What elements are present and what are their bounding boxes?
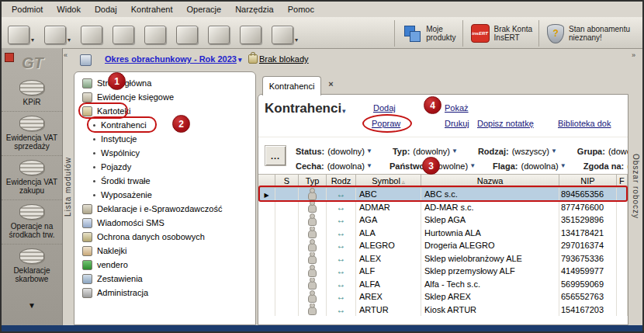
toolbar-button[interactable]: ▾ (81, 21, 102, 44)
collapse-left-icon[interactable] (64, 51, 68, 59)
add-link[interactable]: Dodaj (373, 103, 396, 113)
tree-item[interactable]: Strona główna (74, 76, 255, 90)
tree-item[interactable]: Wspólnicy (74, 146, 255, 160)
filter-value: (dowolne) (431, 161, 468, 171)
chevron-down-icon[interactable] (342, 107, 346, 115)
filter-dropdown[interactable]: (dowolna) (327, 161, 372, 171)
accounting-period-link[interactable]: Okres obrachunkowy - Rok 2023 (105, 54, 241, 64)
column-header[interactable]: Typ (299, 175, 327, 188)
column-header[interactable]: Nazwa (421, 175, 559, 188)
tree-item[interactable]: Deklaracje i e-Sprawozdawczość (74, 202, 255, 216)
toolbar-status-item[interactable]: ? Stan abonamentu nieznany! (538, 20, 636, 47)
tree-item[interactable]: Środki trwałe (74, 174, 255, 188)
document-library-link[interactable]: Biblioteka dok (558, 119, 611, 128)
cell-nazwa: Kiosk ARTUR (421, 304, 559, 317)
toolbar-button[interactable]: ▾ (144, 21, 166, 44)
tree-item[interactable]: Kontrahenci (74, 118, 255, 132)
filter-dropdown[interactable]: (dowolny) (327, 147, 372, 156)
column-header[interactable]: Symbol (356, 175, 421, 188)
tree-item[interactable]: Naklejki (74, 244, 255, 258)
add-note-link[interactable]: Dopisz notatkę (477, 119, 534, 128)
toolbar-button[interactable]: ▾ (240, 21, 261, 44)
chevron-down-icon[interactable]: ▾ (31, 36, 34, 44)
lock-status-link[interactable]: Brak blokady (259, 54, 309, 64)
toolbar-status-item[interactable]: Moje produkty (394, 20, 462, 47)
chevron-down-icon[interactable]: ▾ (295, 36, 298, 44)
menu-item[interactable]: Dodaj (89, 3, 123, 16)
column-header[interactable]: Rodz (327, 175, 356, 188)
module-item[interactable]: Ewidencja VAT sprzedaży (2, 111, 62, 155)
menu-item[interactable]: Widok (51, 3, 86, 16)
filter-dropdown[interactable]: (dowolna) (521, 161, 566, 171)
table-row[interactable]: ADMAR AD-MAR s.c. 877476600 (258, 201, 628, 214)
cell-f (617, 278, 628, 291)
module-item[interactable]: Ewidencja VAT zakupu (2, 155, 62, 199)
module-list-strip[interactable]: Lista modułów (62, 48, 74, 325)
toolbar-button[interactable]: ▾ (8, 21, 34, 44)
cell-nazwa: Hurtownia ALA (421, 227, 559, 240)
filter-item: Państwo: (dowolne) (390, 161, 476, 171)
app-button[interactable] (5, 53, 14, 62)
menu-item[interactable]: Operacje (182, 3, 227, 16)
toolbar-button[interactable]: ▾ (272, 21, 298, 44)
toolbar-button[interactable]: ▾ (176, 21, 198, 44)
module-item[interactable]: KPiR (2, 76, 62, 111)
tree-item[interactable]: Wiadomości SMS (74, 216, 255, 230)
toolbar-button[interactable]: ▾ (113, 21, 134, 44)
toolbar-button[interactable]: ▾ (44, 21, 71, 44)
more-modules-button[interactable] (2, 297, 62, 311)
menu-item[interactable]: Pomoc (282, 3, 320, 16)
filter-dropdown[interactable]: ( (627, 161, 628, 171)
tree-item[interactable]: vendero (74, 258, 255, 272)
menu-item[interactable]: Podmiot (6, 3, 48, 16)
table-row[interactable]: AGA Sklep AGA 351529896 (258, 213, 628, 227)
table-row[interactable]: ALEGRO Drogeria ALEGRO 297016374 (258, 239, 628, 252)
toolbar-status-item[interactable]: insERT Brak Konta InsERT (462, 20, 538, 47)
cell-nip: 297016374 (559, 239, 617, 252)
filter-dropdown[interactable]: (dowolne) (431, 161, 476, 171)
filter-dropdown[interactable]: (dowoln (608, 147, 628, 156)
filter-dropdown[interactable]: (dowolny) (413, 147, 458, 156)
tree-item[interactable]: Wyposażenie (74, 188, 255, 202)
table-row[interactable]: ABC ABC s.c. 894565356 (258, 188, 628, 201)
accounting-period-label: Okres obrachunkowy - Rok 2023 (105, 54, 237, 64)
column-header[interactable] (258, 175, 275, 188)
menu-item[interactable]: Kontrahent (126, 3, 178, 16)
bullet-icon (93, 166, 95, 168)
column-header[interactable]: F (617, 175, 628, 188)
status-line-1: Stan abonamentu (569, 25, 630, 33)
table-row[interactable]: ALEX Sklep wielobranżowy ALE 793675336 (258, 252, 628, 265)
edit-link[interactable]: Popraw (372, 119, 400, 128)
chevron-down-icon[interactable]: ▾ (68, 36, 71, 44)
menu-item[interactable]: Narzędzia (230, 3, 279, 16)
tree-item[interactable]: Instytucje (74, 132, 255, 146)
filter-item: Status: (dowolny) (296, 147, 372, 156)
table-row[interactable]: AREX Sklep AREX 656552763 (258, 290, 628, 304)
tree-item[interactable]: Pojazdy (74, 160, 255, 174)
print-link[interactable]: Drukuj (445, 119, 469, 128)
module-item[interactable]: Operacje na środkach trw. (2, 199, 62, 244)
column-header[interactable]: NIP (559, 175, 617, 188)
collapse-right-icon[interactable] (632, 51, 635, 59)
module-item[interactable]: Deklaracje skarbowe (2, 244, 62, 288)
filter-dropdown[interactable]: (wszyscy) (512, 147, 557, 156)
table-row[interactable]: ALA Hurtownia ALA 134178421 (258, 227, 628, 240)
tree-item[interactable]: Ochrona danych osobowych (74, 230, 255, 244)
tab-kontrahenci[interactable]: Kontrahenci (262, 76, 321, 95)
more-filters-button[interactable]: ... (265, 145, 286, 166)
tree-item[interactable]: Kartoteki (74, 104, 255, 118)
filter-value: (dowolny) (413, 147, 450, 156)
column-header[interactable]: S (275, 175, 299, 188)
close-icon[interactable] (326, 79, 336, 89)
show-link[interactable]: Pokaż (445, 103, 469, 113)
tree-item[interactable]: Administracja (74, 286, 255, 300)
tree-item[interactable]: Zestawienia (74, 272, 255, 286)
contractor-type-icon (308, 269, 317, 277)
table-row[interactable]: ALF Sklep przemysłowy ALF 414959977 (258, 265, 628, 278)
tree-item[interactable]: Ewidencje księgowe (74, 90, 255, 104)
table-row[interactable]: ALFA Alfa - Tech s.c. 569959069 (258, 278, 628, 291)
page-title[interactable]: Kontrahenci (265, 101, 341, 116)
toolbar-button[interactable]: ▾ (208, 21, 230, 44)
workspace-strip[interactable]: Obszar roboczy (628, 48, 642, 325)
table-row[interactable]: ARTUR Kiosk ARTUR 154167203 (258, 304, 628, 317)
